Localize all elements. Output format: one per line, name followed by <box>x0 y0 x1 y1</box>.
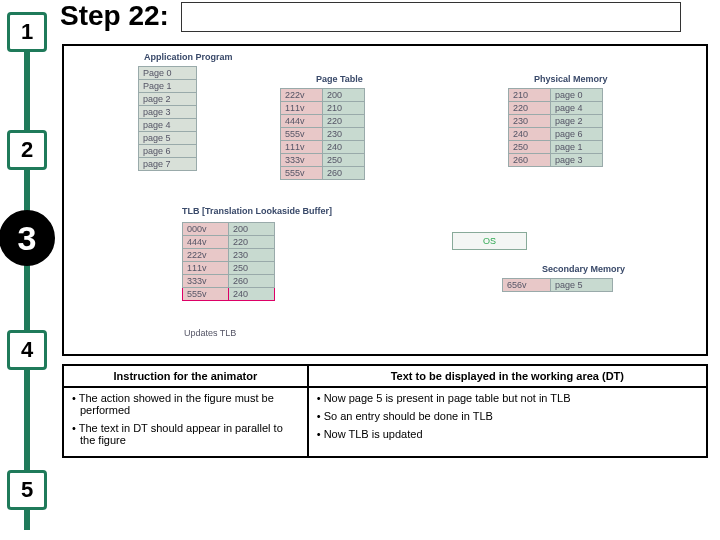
diagram-area: Application Program Page Table Physical … <box>62 44 708 356</box>
list-item: The action showed in the figure must be … <box>72 392 299 416</box>
dt-header: Text to be displayed in the working area… <box>308 365 707 387</box>
table-cell: 250 <box>229 262 275 275</box>
tlb-table: 000v200444v220222v230111v250333v260555v2… <box>182 222 275 301</box>
table-cell: page 6 <box>551 128 603 141</box>
table-cell: 555v <box>183 288 229 301</box>
table-cell: 333v <box>183 275 229 288</box>
table-cell: page 1 <box>551 141 603 154</box>
table-cell: 220 <box>323 115 365 128</box>
page-table: 222v200111v210444v220555v230111v240333v2… <box>280 88 365 180</box>
table-cell: page 7 <box>139 158 197 171</box>
table-cell: page 5 <box>551 279 613 292</box>
rail-stop-3[interactable]: 3 <box>0 210 55 266</box>
table-cell: 240 <box>229 288 275 301</box>
step-rail <box>24 12 30 530</box>
table-cell: 230 <box>229 249 275 262</box>
table-cell: 333v <box>281 154 323 167</box>
updates-tlb-label: Updates TLB <box>184 328 236 338</box>
step-title-box <box>181 2 681 32</box>
tlb-label: TLB [Translation Lookaside Buffer] <box>182 206 332 216</box>
rail-stop-1[interactable]: 1 <box>7 12 47 52</box>
table-cell: 656v <box>503 279 551 292</box>
table-cell: page 0 <box>551 89 603 102</box>
table-cell: 230 <box>323 128 365 141</box>
table-cell: 555v <box>281 167 323 180</box>
table-cell: 000v <box>183 223 229 236</box>
list-item: Now page 5 is present in page table but … <box>317 392 698 404</box>
table-cell: page 2 <box>551 115 603 128</box>
os-box: OS <box>452 232 527 250</box>
rail-stop-4[interactable]: 4 <box>7 330 47 370</box>
table-cell: Page 1 <box>139 80 197 93</box>
table-cell: page 3 <box>551 154 603 167</box>
table-cell: 111v <box>281 141 323 154</box>
table-cell: 200 <box>229 223 275 236</box>
list-item: So an entry should be done in TLB <box>317 410 698 422</box>
table-cell: 250 <box>323 154 365 167</box>
table-cell: Page 0 <box>139 67 197 80</box>
table-cell: page 4 <box>551 102 603 115</box>
list-item: Now TLB is updated <box>317 428 698 440</box>
app-program-table: Page 0Page 1page 2page 3page 4page 5page… <box>138 66 197 171</box>
table-cell: 260 <box>229 275 275 288</box>
table-cell: page 3 <box>139 106 197 119</box>
page-table-label: Page Table <box>316 74 363 84</box>
table-cell: 210 <box>323 102 365 115</box>
step-label: Step 22: <box>60 0 169 31</box>
table-cell: page 2 <box>139 93 197 106</box>
table-cell: 220 <box>229 236 275 249</box>
table-cell: 260 <box>323 167 365 180</box>
rail-stop-5[interactable]: 5 <box>7 470 47 510</box>
physical-memory-label: Physical Memory <box>534 74 608 84</box>
table-cell: page 6 <box>139 145 197 158</box>
table-cell: 260 <box>509 154 551 167</box>
table-cell: 230 <box>509 115 551 128</box>
secondary-memory-label: Secondary Memory <box>542 264 625 274</box>
table-cell: 444v <box>183 236 229 249</box>
table-cell: page 4 <box>139 119 197 132</box>
table-cell: 555v <box>281 128 323 141</box>
table-cell: 250 <box>509 141 551 154</box>
step-title: Step 22: <box>60 0 681 32</box>
table-cell: 222v <box>183 249 229 262</box>
dt-cell: Now page 5 is present in page table but … <box>308 387 707 457</box>
table-cell: page 5 <box>139 132 197 145</box>
app-program-label: Application Program <box>144 52 233 62</box>
table-cell: 200 <box>323 89 365 102</box>
instruction-header: Instruction for the animator <box>63 365 308 387</box>
list-item: The text in DT should appear in parallel… <box>72 422 299 446</box>
table-cell: 240 <box>323 141 365 154</box>
table-cell: 111v <box>281 102 323 115</box>
table-cell: 111v <box>183 262 229 275</box>
table-cell: 444v <box>281 115 323 128</box>
instruction-table: Instruction for the animator Text to be … <box>62 364 708 458</box>
table-cell: 222v <box>281 89 323 102</box>
table-cell: 210 <box>509 89 551 102</box>
table-cell: 220 <box>509 102 551 115</box>
secondary-memory-table: 656vpage 5 <box>502 278 613 292</box>
table-cell: 240 <box>509 128 551 141</box>
instruction-cell: The action showed in the figure must be … <box>63 387 308 457</box>
rail-stop-2[interactable]: 2 <box>7 130 47 170</box>
physical-memory-table: 210page 0220page 4230page 2240page 6250p… <box>508 88 603 167</box>
